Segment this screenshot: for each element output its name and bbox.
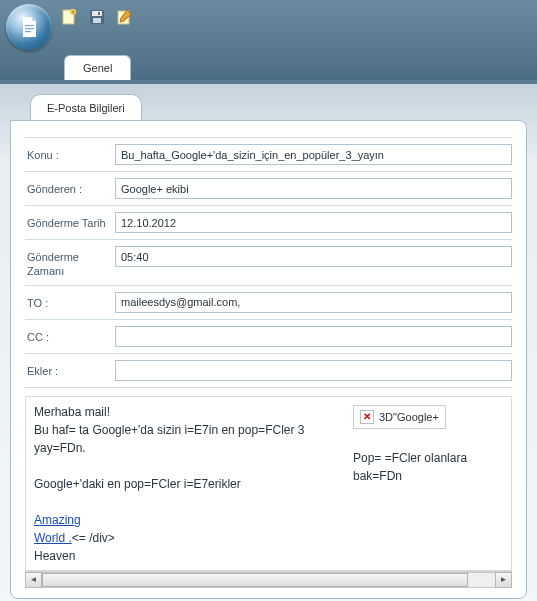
- document-icon[interactable]: [6, 4, 52, 50]
- email-body: Merhaba mail! Bu haf= ta Google+'da sizi…: [26, 397, 511, 571]
- scroll-right-icon[interactable]: ►: [495, 572, 512, 588]
- input-konu[interactable]: [115, 144, 512, 165]
- content-area: E-Posta Bilgileri Konu : Gönderen : Gönd…: [0, 80, 537, 601]
- tab-genel[interactable]: Genel: [64, 55, 131, 80]
- svg-rect-6: [92, 11, 102, 16]
- body-link-world[interactable]: World .: [34, 531, 72, 545]
- tab-eposta-bilgileri[interactable]: E-Posta Bilgileri: [30, 94, 142, 120]
- body-line1: Bu haf= ta Google+'da sizin i=E7in en po…: [34, 421, 333, 457]
- missing-image-alt: 3D"Google+: [379, 409, 439, 426]
- broken-image-icon: ✕: [360, 410, 374, 424]
- svg-rect-7: [93, 18, 101, 23]
- edit-icon[interactable]: [114, 6, 136, 28]
- save-icon[interactable]: [86, 6, 108, 28]
- body-link2-suffix: <= /div>: [72, 531, 115, 545]
- label-to: TO :: [25, 292, 115, 310]
- body-line3: Heaven: [34, 547, 333, 565]
- label-ekler: Ekler :: [25, 360, 115, 378]
- input-gonderen[interactable]: [115, 178, 512, 199]
- label-gonderme-tarih: Gönderme Tarih: [25, 212, 115, 230]
- label-cc: CC :: [25, 326, 115, 344]
- top-toolbar: Genel: [0, 0, 537, 80]
- body-line2: Google+'daki en pop=FCler i=E7erikler: [34, 475, 333, 493]
- body-link-amazing[interactable]: Amazing: [34, 513, 81, 527]
- email-info-panel: Konu : Gönderen : Gönderme Tarih Gönderm…: [10, 120, 527, 599]
- scroll-thumb[interactable]: [42, 573, 468, 587]
- label-gonderme-zamani: Gönderme Zamanı: [25, 246, 115, 279]
- input-gonderme-tarih[interactable]: [115, 212, 512, 233]
- new-icon[interactable]: [58, 6, 80, 28]
- label-gonderen: Gönderen :: [25, 178, 115, 196]
- input-gonderme-zamani[interactable]: [115, 246, 512, 267]
- horizontal-scrollbar[interactable]: ◄ ►: [25, 571, 512, 588]
- svg-rect-2: [25, 31, 31, 32]
- body-greeting: Merhaba mail!: [34, 403, 333, 421]
- input-ekler[interactable]: [115, 360, 512, 381]
- scroll-track[interactable]: [42, 572, 495, 588]
- svg-rect-1: [25, 28, 34, 29]
- body-right-text: Pop= =FCler olanlara bak=FDn: [353, 449, 503, 485]
- svg-rect-8: [98, 12, 100, 15]
- input-cc[interactable]: [115, 326, 512, 347]
- svg-rect-0: [25, 25, 34, 26]
- email-body-wrapper: Merhaba mail! Bu haf= ta Google+'da sizi…: [25, 396, 512, 571]
- scroll-left-icon[interactable]: ◄: [25, 572, 42, 588]
- input-to[interactable]: [115, 292, 512, 313]
- label-konu: Konu :: [25, 144, 115, 162]
- missing-image-placeholder: ✕ 3D"Google+: [353, 405, 446, 430]
